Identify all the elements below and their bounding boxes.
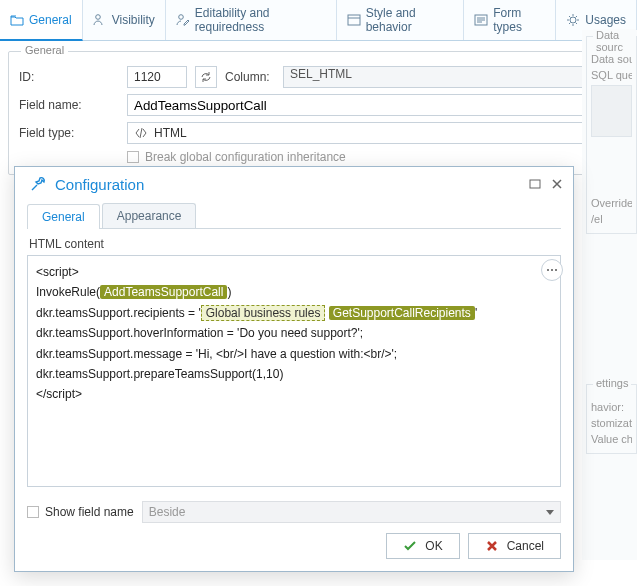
tools-icon bbox=[29, 175, 47, 193]
tab-editability[interactable]: Editability and requiredness bbox=[166, 0, 337, 40]
fieldtype-label: Field type: bbox=[19, 126, 119, 140]
cancel-label: Cancel bbox=[507, 539, 544, 553]
sql-area bbox=[591, 85, 632, 137]
id-label: ID: bbox=[19, 70, 119, 84]
code-icon bbox=[134, 127, 148, 139]
svg-point-10 bbox=[555, 269, 557, 271]
inherit-row[interactable]: Break global configuration inheritance bbox=[127, 150, 618, 164]
check-icon bbox=[403, 539, 417, 553]
svg-point-4 bbox=[570, 17, 576, 23]
ok-label: OK bbox=[425, 539, 442, 553]
settings-legend: ettings bbox=[593, 377, 631, 389]
id-input[interactable] bbox=[127, 66, 187, 88]
show-fieldname-row[interactable]: Show field name bbox=[27, 505, 134, 519]
column-label: Column: bbox=[225, 70, 275, 84]
datasource-label: Data source: bbox=[591, 53, 632, 65]
side-panel: Data sourc Data source: SQL query: Overr… bbox=[582, 30, 637, 560]
sqlquery-label: SQL query: bbox=[591, 69, 632, 81]
show-fieldname-label: Show field name bbox=[45, 505, 134, 519]
rule-highlight: AddTeamsSupportCall bbox=[100, 285, 227, 299]
svg-point-8 bbox=[547, 269, 549, 271]
user-eye-icon bbox=[93, 13, 107, 27]
havior-label: havior: bbox=[591, 401, 632, 413]
global-rules-highlight: Global business rules bbox=[201, 305, 326, 321]
fieldtype-select[interactable]: HTML bbox=[127, 122, 618, 144]
folder-icon bbox=[10, 13, 24, 27]
valuecha-label: Value cha bbox=[591, 433, 632, 445]
override-label: Override s bbox=[591, 197, 632, 209]
tab-formtypes-label: Form types bbox=[493, 6, 545, 34]
svg-rect-2 bbox=[348, 15, 360, 25]
tab-style-label: Style and behavior bbox=[366, 6, 454, 34]
id-refresh-button[interactable] bbox=[195, 66, 217, 88]
configuration-dialog: Configuration General Appearance HTML co… bbox=[14, 166, 574, 572]
main-tabstrip: General Visibility Editability and requi… bbox=[0, 0, 637, 41]
html-content-label: HTML content bbox=[29, 237, 559, 251]
column-value: SEL_HTML bbox=[283, 66, 618, 88]
stomization-label: stomization bbox=[591, 417, 632, 429]
chevron-down-icon bbox=[546, 510, 554, 515]
close-icon bbox=[551, 178, 563, 190]
dialog-title: Configuration bbox=[55, 176, 144, 193]
tab-style[interactable]: Style and behavior bbox=[337, 0, 465, 40]
svg-point-9 bbox=[551, 269, 553, 271]
tab-general-label: General bbox=[29, 13, 72, 27]
style-icon bbox=[347, 13, 361, 27]
fieldtype-value: HTML bbox=[154, 126, 187, 140]
svg-point-0 bbox=[95, 15, 100, 20]
inherit-checkbox[interactable] bbox=[127, 151, 139, 163]
tab-editability-label: Editability and requiredness bbox=[195, 6, 326, 34]
editor-expand-button[interactable] bbox=[541, 259, 563, 281]
dialog-header: Configuration bbox=[15, 167, 573, 197]
fieldname-label: Field name: bbox=[19, 98, 119, 112]
user-edit-icon bbox=[176, 13, 190, 27]
refresh-icon bbox=[199, 70, 213, 84]
dialog-tabstrip: General Appearance bbox=[27, 203, 561, 229]
dialog-tab-general[interactable]: General bbox=[27, 204, 100, 229]
vel-label: /el bbox=[591, 213, 632, 225]
tab-formtypes[interactable]: Form types bbox=[464, 0, 556, 40]
maximize-button[interactable] bbox=[529, 178, 541, 190]
maximize-icon bbox=[529, 178, 541, 190]
tab-visibility[interactable]: Visibility bbox=[83, 0, 166, 40]
beside-select: Beside bbox=[142, 501, 561, 523]
tab-usages-label: Usages bbox=[585, 13, 626, 27]
dialog-tab-appearance[interactable]: Appearance bbox=[102, 203, 197, 228]
ok-button[interactable]: OK bbox=[386, 533, 459, 559]
gear-icon bbox=[566, 13, 580, 27]
close-button[interactable] bbox=[551, 178, 563, 190]
tab-visibility-label: Visibility bbox=[112, 13, 155, 27]
show-fieldname-checkbox[interactable] bbox=[27, 506, 39, 518]
tab-general[interactable]: General bbox=[0, 0, 83, 41]
fieldname-input[interactable] bbox=[127, 94, 588, 116]
cancel-button[interactable]: Cancel bbox=[468, 533, 561, 559]
general-group: General ID: Column: SEL_HTML Field name:… bbox=[8, 51, 629, 175]
inherit-label: Break global configuration inheritance bbox=[145, 150, 346, 164]
ellipsis-icon bbox=[546, 264, 558, 276]
form-icon bbox=[474, 13, 488, 27]
cancel-icon bbox=[485, 539, 499, 553]
svg-point-1 bbox=[179, 15, 184, 20]
svg-rect-7 bbox=[530, 180, 540, 188]
html-content-editor[interactable]: <script> InvokeRule(AddTeamsSupportCall)… bbox=[27, 255, 561, 487]
beside-value: Beside bbox=[149, 505, 186, 519]
datasource-legend: Data sourc bbox=[593, 29, 636, 53]
general-legend: General bbox=[21, 44, 68, 56]
recipients-rule-highlight: GetSupportCallRecipients bbox=[329, 306, 475, 320]
